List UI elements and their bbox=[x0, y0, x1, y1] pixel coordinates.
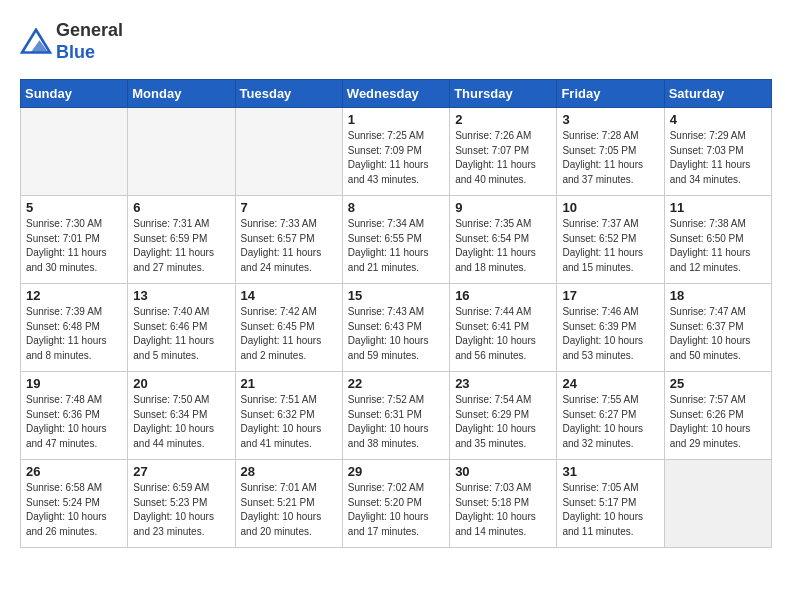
calendar-cell: 19Sunrise: 7:48 AM Sunset: 6:36 PM Dayli… bbox=[21, 372, 128, 460]
day-number: 9 bbox=[455, 200, 551, 215]
calendar-cell: 23Sunrise: 7:54 AM Sunset: 6:29 PM Dayli… bbox=[450, 372, 557, 460]
day-number: 16 bbox=[455, 288, 551, 303]
day-info: Sunrise: 7:02 AM Sunset: 5:20 PM Dayligh… bbox=[348, 481, 444, 539]
calendar-cell: 20Sunrise: 7:50 AM Sunset: 6:34 PM Dayli… bbox=[128, 372, 235, 460]
calendar-cell: 24Sunrise: 7:55 AM Sunset: 6:27 PM Dayli… bbox=[557, 372, 664, 460]
calendar-cell: 7Sunrise: 7:33 AM Sunset: 6:57 PM Daylig… bbox=[235, 196, 342, 284]
day-info: Sunrise: 7:42 AM Sunset: 6:45 PM Dayligh… bbox=[241, 305, 337, 363]
calendar-cell: 25Sunrise: 7:57 AM Sunset: 6:26 PM Dayli… bbox=[664, 372, 771, 460]
weekday-header-row: SundayMondayTuesdayWednesdayThursdayFrid… bbox=[21, 80, 772, 108]
day-info: Sunrise: 7:01 AM Sunset: 5:21 PM Dayligh… bbox=[241, 481, 337, 539]
day-number: 1 bbox=[348, 112, 444, 127]
calendar-cell bbox=[21, 108, 128, 196]
day-number: 4 bbox=[670, 112, 766, 127]
day-info: Sunrise: 7:29 AM Sunset: 7:03 PM Dayligh… bbox=[670, 129, 766, 187]
day-number: 11 bbox=[670, 200, 766, 215]
calendar-cell: 28Sunrise: 7:01 AM Sunset: 5:21 PM Dayli… bbox=[235, 460, 342, 548]
calendar-table: SundayMondayTuesdayWednesdayThursdayFrid… bbox=[20, 79, 772, 548]
day-info: Sunrise: 7:37 AM Sunset: 6:52 PM Dayligh… bbox=[562, 217, 658, 275]
calendar-cell: 26Sunrise: 6:58 AM Sunset: 5:24 PM Dayli… bbox=[21, 460, 128, 548]
calendar-cell: 9Sunrise: 7:35 AM Sunset: 6:54 PM Daylig… bbox=[450, 196, 557, 284]
day-number: 8 bbox=[348, 200, 444, 215]
day-number: 18 bbox=[670, 288, 766, 303]
day-info: Sunrise: 7:43 AM Sunset: 6:43 PM Dayligh… bbox=[348, 305, 444, 363]
day-number: 27 bbox=[133, 464, 229, 479]
logo-blue: Blue bbox=[56, 42, 95, 62]
calendar-cell bbox=[128, 108, 235, 196]
day-number: 6 bbox=[133, 200, 229, 215]
day-number: 29 bbox=[348, 464, 444, 479]
calendar-cell: 31Sunrise: 7:05 AM Sunset: 5:17 PM Dayli… bbox=[557, 460, 664, 548]
calendar-cell: 29Sunrise: 7:02 AM Sunset: 5:20 PM Dayli… bbox=[342, 460, 449, 548]
day-info: Sunrise: 7:34 AM Sunset: 6:55 PM Dayligh… bbox=[348, 217, 444, 275]
day-info: Sunrise: 6:59 AM Sunset: 5:23 PM Dayligh… bbox=[133, 481, 229, 539]
calendar-cell bbox=[235, 108, 342, 196]
day-number: 24 bbox=[562, 376, 658, 391]
weekday-header-tuesday: Tuesday bbox=[235, 80, 342, 108]
day-number: 7 bbox=[241, 200, 337, 215]
day-info: Sunrise: 7:25 AM Sunset: 7:09 PM Dayligh… bbox=[348, 129, 444, 187]
day-number: 12 bbox=[26, 288, 122, 303]
day-info: Sunrise: 7:55 AM Sunset: 6:27 PM Dayligh… bbox=[562, 393, 658, 451]
day-info: Sunrise: 7:39 AM Sunset: 6:48 PM Dayligh… bbox=[26, 305, 122, 363]
calendar-week-5: 26Sunrise: 6:58 AM Sunset: 5:24 PM Dayli… bbox=[21, 460, 772, 548]
calendar-cell: 5Sunrise: 7:30 AM Sunset: 7:01 PM Daylig… bbox=[21, 196, 128, 284]
weekday-header-saturday: Saturday bbox=[664, 80, 771, 108]
calendar-cell: 2Sunrise: 7:26 AM Sunset: 7:07 PM Daylig… bbox=[450, 108, 557, 196]
weekday-header-thursday: Thursday bbox=[450, 80, 557, 108]
day-number: 22 bbox=[348, 376, 444, 391]
calendar-cell: 11Sunrise: 7:38 AM Sunset: 6:50 PM Dayli… bbox=[664, 196, 771, 284]
day-info: Sunrise: 7:33 AM Sunset: 6:57 PM Dayligh… bbox=[241, 217, 337, 275]
day-number: 10 bbox=[562, 200, 658, 215]
calendar-week-3: 12Sunrise: 7:39 AM Sunset: 6:48 PM Dayli… bbox=[21, 284, 772, 372]
day-number: 15 bbox=[348, 288, 444, 303]
day-number: 14 bbox=[241, 288, 337, 303]
logo-general: General bbox=[56, 20, 123, 40]
day-info: Sunrise: 7:57 AM Sunset: 6:26 PM Dayligh… bbox=[670, 393, 766, 451]
calendar-cell bbox=[664, 460, 771, 548]
day-number: 13 bbox=[133, 288, 229, 303]
day-info: Sunrise: 7:51 AM Sunset: 6:32 PM Dayligh… bbox=[241, 393, 337, 451]
day-number: 3 bbox=[562, 112, 658, 127]
calendar-cell: 15Sunrise: 7:43 AM Sunset: 6:43 PM Dayli… bbox=[342, 284, 449, 372]
calendar-cell: 12Sunrise: 7:39 AM Sunset: 6:48 PM Dayli… bbox=[21, 284, 128, 372]
calendar-cell: 13Sunrise: 7:40 AM Sunset: 6:46 PM Dayli… bbox=[128, 284, 235, 372]
day-info: Sunrise: 7:38 AM Sunset: 6:50 PM Dayligh… bbox=[670, 217, 766, 275]
calendar-cell: 30Sunrise: 7:03 AM Sunset: 5:18 PM Dayli… bbox=[450, 460, 557, 548]
day-info: Sunrise: 7:48 AM Sunset: 6:36 PM Dayligh… bbox=[26, 393, 122, 451]
day-info: Sunrise: 7:47 AM Sunset: 6:37 PM Dayligh… bbox=[670, 305, 766, 363]
calendar-cell: 6Sunrise: 7:31 AM Sunset: 6:59 PM Daylig… bbox=[128, 196, 235, 284]
weekday-header-friday: Friday bbox=[557, 80, 664, 108]
calendar-cell: 22Sunrise: 7:52 AM Sunset: 6:31 PM Dayli… bbox=[342, 372, 449, 460]
weekday-header-monday: Monday bbox=[128, 80, 235, 108]
day-info: Sunrise: 7:26 AM Sunset: 7:07 PM Dayligh… bbox=[455, 129, 551, 187]
calendar-cell: 17Sunrise: 7:46 AM Sunset: 6:39 PM Dayli… bbox=[557, 284, 664, 372]
day-info: Sunrise: 7:54 AM Sunset: 6:29 PM Dayligh… bbox=[455, 393, 551, 451]
calendar-cell: 1Sunrise: 7:25 AM Sunset: 7:09 PM Daylig… bbox=[342, 108, 449, 196]
logo: General Blue bbox=[20, 20, 123, 63]
day-info: Sunrise: 7:40 AM Sunset: 6:46 PM Dayligh… bbox=[133, 305, 229, 363]
day-number: 28 bbox=[241, 464, 337, 479]
day-number: 30 bbox=[455, 464, 551, 479]
logo-icon bbox=[20, 28, 52, 56]
logo-text: General Blue bbox=[56, 20, 123, 63]
day-info: Sunrise: 7:28 AM Sunset: 7:05 PM Dayligh… bbox=[562, 129, 658, 187]
day-info: Sunrise: 7:31 AM Sunset: 6:59 PM Dayligh… bbox=[133, 217, 229, 275]
day-info: Sunrise: 7:03 AM Sunset: 5:18 PM Dayligh… bbox=[455, 481, 551, 539]
calendar-cell: 10Sunrise: 7:37 AM Sunset: 6:52 PM Dayli… bbox=[557, 196, 664, 284]
day-number: 17 bbox=[562, 288, 658, 303]
calendar-week-4: 19Sunrise: 7:48 AM Sunset: 6:36 PM Dayli… bbox=[21, 372, 772, 460]
day-info: Sunrise: 7:50 AM Sunset: 6:34 PM Dayligh… bbox=[133, 393, 229, 451]
day-info: Sunrise: 7:05 AM Sunset: 5:17 PM Dayligh… bbox=[562, 481, 658, 539]
day-number: 31 bbox=[562, 464, 658, 479]
page-header: General Blue bbox=[20, 20, 772, 63]
calendar-cell: 3Sunrise: 7:28 AM Sunset: 7:05 PM Daylig… bbox=[557, 108, 664, 196]
day-number: 26 bbox=[26, 464, 122, 479]
weekday-header-sunday: Sunday bbox=[21, 80, 128, 108]
day-number: 5 bbox=[26, 200, 122, 215]
calendar-cell: 8Sunrise: 7:34 AM Sunset: 6:55 PM Daylig… bbox=[342, 196, 449, 284]
weekday-header-wednesday: Wednesday bbox=[342, 80, 449, 108]
calendar-cell: 21Sunrise: 7:51 AM Sunset: 6:32 PM Dayli… bbox=[235, 372, 342, 460]
day-info: Sunrise: 7:46 AM Sunset: 6:39 PM Dayligh… bbox=[562, 305, 658, 363]
calendar-cell: 4Sunrise: 7:29 AM Sunset: 7:03 PM Daylig… bbox=[664, 108, 771, 196]
